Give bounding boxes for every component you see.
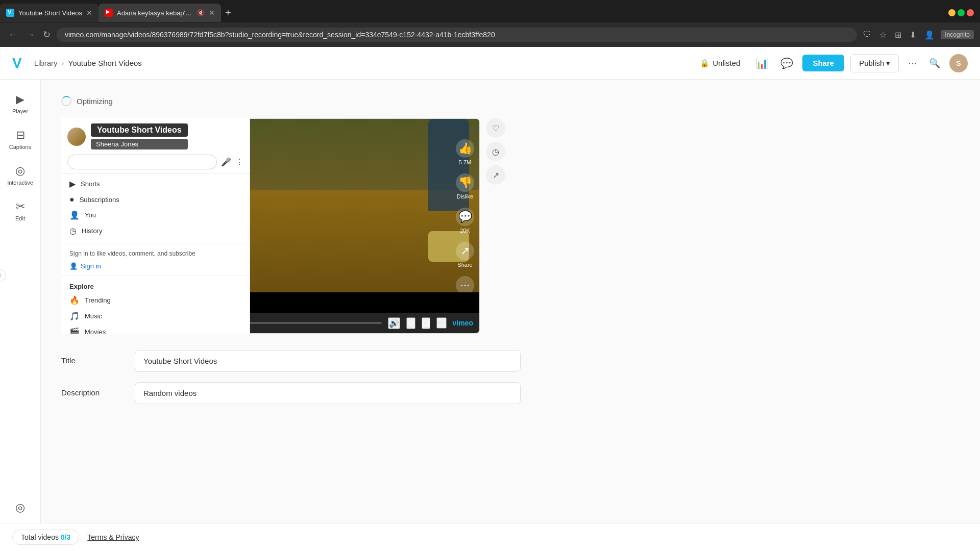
yt-signin-label: Sign in (81, 262, 101, 270)
tab-close-2[interactable]: ✕ (209, 9, 215, 17)
dislike-side-btn[interactable]: 👎 Dislike (456, 173, 474, 199)
captions-label: Captions (9, 144, 31, 150)
yt-divider2 (61, 275, 250, 276)
like-icon: 👍 (456, 139, 474, 158)
yt-mic-icon[interactable]: 🎤 (221, 157, 231, 167)
reload-button[interactable]: ↻ (41, 27, 53, 42)
unlisted-button[interactable]: 🔒 Unlisted (694, 56, 746, 71)
yt-menu-dots[interactable]: ⋮ (235, 157, 243, 167)
yt-signin-button[interactable]: 👤 Sign in (61, 260, 250, 272)
optimizing-bar: Optimizing (61, 96, 960, 106)
title-input[interactable] (135, 350, 521, 372)
tab-mute-icon[interactable]: 🔇 (197, 9, 205, 16)
comments-button[interactable]: 💬 (777, 54, 796, 72)
description-label: Description (61, 382, 122, 397)
settings-button[interactable]: ⚙ (406, 317, 415, 329)
vimeo-favicon: V (6, 9, 14, 17)
yt-nav: ▶ Shorts ● Subscriptions 👤 You (61, 173, 250, 241)
back-button[interactable]: ← (6, 28, 19, 42)
tab-title-1: Youtube Short Videos (18, 9, 82, 17)
yt-nav-history[interactable]: ◷ History (61, 223, 250, 239)
info-button[interactable]: ℹ (470, 124, 474, 136)
movies-label: Movies (85, 328, 106, 334)
maximize-button[interactable] (958, 9, 965, 16)
yt-channel-name: Sheena Jones (91, 139, 188, 149)
dislike-label: Dislike (457, 193, 473, 199)
title-label: Title (61, 350, 122, 365)
movies-icon: 🎬 (69, 327, 80, 334)
chevron-down-icon: ▾ (886, 59, 890, 68)
player-icon: ▶ (16, 93, 24, 106)
share-side-button[interactable]: ↗ (486, 165, 505, 185)
more-side-icon: ··· (456, 276, 474, 292)
like-side-btn[interactable]: 👍 5.7M (456, 139, 474, 165)
you-label: You (85, 211, 96, 219)
breadcrumb-current: Youtube Short Videos (68, 59, 142, 67)
profile-icon[interactable]: 👤 (922, 28, 937, 42)
trending-label: Trending (85, 296, 111, 304)
bookmark-icon[interactable]: ☆ (877, 28, 889, 42)
yt-nav-subscriptions[interactable]: ● Subscriptions (61, 192, 250, 207)
forward-button[interactable]: → (23, 28, 37, 42)
main-content: ‹ ▶ Player ⊟ Captions ◎ Interactive ✂ Ed… (0, 80, 980, 551)
address-bar[interactable] (57, 28, 857, 42)
total-label: Total videos (21, 533, 59, 541)
avatar[interactable]: S (949, 54, 968, 72)
minimize-button[interactable] (948, 9, 955, 16)
like-count: 5.7M (459, 159, 471, 165)
yt-nav-shorts[interactable]: ▶ Shorts (61, 176, 250, 192)
volume-button[interactable]: 🔊 (388, 317, 400, 329)
share-button[interactable]: Share (802, 55, 844, 71)
publish-button[interactable]: Publish ▾ (850, 54, 899, 72)
shorts-icon: ▶ (69, 179, 76, 189)
download-icon[interactable]: ⬇ (908, 28, 918, 42)
close-button[interactable] (967, 9, 974, 16)
heart-button[interactable]: ♡ (486, 118, 505, 138)
sidebar-item-interactive[interactable]: ◎ Interactive (3, 159, 38, 191)
more-side-btn[interactable]: ··· (456, 276, 474, 292)
yt-nav-music[interactable]: 🎵 Music (61, 308, 250, 324)
sidebar-item-compass[interactable]: ◎ (3, 496, 38, 519)
title-row: Title (61, 350, 521, 372)
sidebar-item-captions[interactable]: ⊟ Captions (3, 123, 38, 155)
total-count: 0/3 (61, 533, 70, 541)
fullscreen-button[interactable]: ⛶ (436, 317, 447, 329)
vimeo-watermark: vimeo (453, 319, 473, 327)
comment-side-btn[interactable]: 💬 20K (456, 208, 474, 234)
form-section: Title Description (61, 350, 521, 404)
header-actions: 🔒 Unlisted 📊 💬 Share Publish ▾ ··· 🔍 S (694, 54, 968, 72)
description-row: Description (61, 382, 521, 404)
more-options-button[interactable]: ··· (905, 54, 920, 72)
music-icon: 🎵 (69, 311, 80, 321)
pip-button[interactable]: ⊡ (422, 317, 430, 329)
inactive-tab[interactable]: ▶ Adana keyfasya kebap'dan 🔇 ✕ (99, 4, 221, 22)
browser-chrome: V Youtube Short Videos ✕ ▶ Adana keyfasy… (0, 0, 980, 47)
sidebar-item-edit[interactable]: ✂ Edit (3, 195, 38, 227)
optimizing-label: Optimizing (77, 97, 113, 106)
search-button[interactable]: 🔍 (926, 55, 943, 72)
tab-close-1[interactable]: ✕ (86, 9, 92, 17)
sidebar-collapse-button[interactable]: ‹ (0, 269, 6, 282)
new-tab-button[interactable]: + (221, 7, 235, 19)
content-area: Optimizing ℹ ♡ ◷ ↗ (41, 80, 980, 551)
yt-nav-you[interactable]: 👤 You (61, 207, 250, 223)
library-link[interactable]: Library (34, 59, 58, 67)
tab-title-2: Adana keyfasya kebap'dan (117, 9, 193, 17)
yt-search-input[interactable] (67, 155, 217, 169)
compass-icon: ◎ (15, 501, 25, 514)
description-input[interactable] (135, 382, 521, 404)
watch-later-button[interactable]: ◷ (486, 142, 505, 161)
active-tab[interactable]: V Youtube Short Videos ✕ (0, 4, 99, 22)
comment-icon: 💬 (456, 208, 474, 226)
subscriptions-label: Subscriptions (80, 196, 119, 204)
vimeo-logo[interactable]: V (12, 55, 22, 71)
analytics-button[interactable]: 📊 (752, 54, 771, 72)
bottom-bar: Total videos 0/3 Terms & Privacy (0, 523, 980, 551)
sidebar: ‹ ▶ Player ⊟ Captions ◎ Interactive ✂ Ed… (0, 80, 41, 551)
terms-privacy-link[interactable]: Terms & Privacy (87, 533, 139, 541)
sidebar-item-player[interactable]: ▶ Player (3, 88, 38, 119)
extension-icon[interactable]: ⊞ (893, 28, 903, 42)
yt-nav-movies[interactable]: 🎬 Movies (61, 324, 250, 334)
yt-nav-trending[interactable]: 🔥 Trending (61, 292, 250, 308)
share-video-btn[interactable]: ↗ Share (456, 242, 474, 268)
